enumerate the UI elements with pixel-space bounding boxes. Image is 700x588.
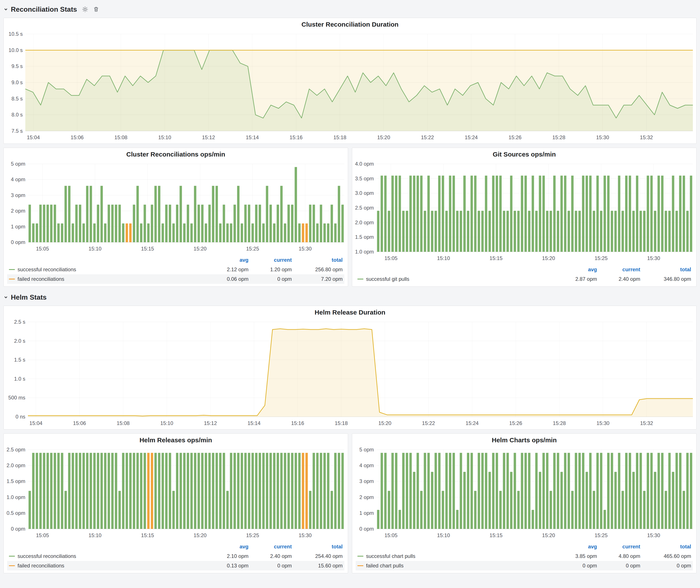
helm-release-duration-chart[interactable]: 0 ns500 ms1.0 s1.5 s2.0 s2.5 s15:0415:06…: [4, 319, 696, 429]
svg-text:15:05: 15:05: [384, 532, 397, 538]
series-label: successful git pulls: [366, 276, 409, 282]
svg-text:15:32: 15:32: [640, 134, 653, 140]
svg-text:15:10: 15:10: [158, 134, 171, 140]
panel-title[interactable]: Git Sources ops/min: [352, 148, 696, 161]
svg-text:15:05: 15:05: [36, 532, 49, 538]
svg-text:9.0 s: 9.0 s: [11, 79, 23, 85]
row-toggle-helm[interactable]: Helm Stats: [3, 293, 47, 301]
legend: avg current total successful git pulls 2…: [352, 264, 696, 286]
row-header-reconciliation-stats[interactable]: Reconciliation Stats: [3, 3, 697, 16]
panel-title[interactable]: Helm Releases ops/min: [4, 434, 348, 447]
helm-releases-ops-chart[interactable]: 0 opm0.5 opm1.0 opm1.5 opm2.0 opm2.5 opm…: [4, 447, 348, 541]
svg-text:15:18: 15:18: [335, 420, 348, 426]
trash-icon[interactable]: [93, 6, 99, 12]
series-toggle[interactable]: successful chart pulls: [357, 553, 554, 559]
series-swatch-green: [357, 279, 363, 279]
svg-text:15:28: 15:28: [553, 420, 566, 426]
panel-title[interactable]: Helm Release Duration: [4, 306, 696, 319]
series-swatch-amber: [9, 565, 15, 566]
svg-text:15:15: 15:15: [490, 532, 503, 538]
series-label: successful chart pulls: [366, 553, 415, 559]
legend-row: successful reconciliations 2.12 opm 1.20…: [7, 265, 344, 274]
legend-col-current[interactable]: current: [597, 544, 640, 550]
legend-row: failed reconciliations 0.13 opm 0 opm 15…: [7, 561, 344, 570]
panel-title[interactable]: Helm Charts ops/min: [352, 434, 696, 447]
series-avg: 2.10 opm: [205, 553, 248, 559]
legend-col-total[interactable]: total: [292, 544, 343, 550]
svg-text:15:10: 15:10: [89, 532, 102, 538]
legend-col-total[interactable]: total: [292, 257, 343, 263]
svg-text:15:10: 15:10: [437, 255, 450, 261]
svg-text:15:14: 15:14: [247, 420, 260, 426]
svg-text:15:26: 15:26: [509, 420, 522, 426]
svg-text:2 opm: 2 opm: [359, 494, 374, 500]
svg-text:15:20: 15:20: [378, 420, 391, 426]
series-avg: 2.12 opm: [205, 267, 248, 273]
svg-text:15:08: 15:08: [115, 134, 127, 140]
svg-text:15:20: 15:20: [194, 246, 206, 252]
series-avg: 2.87 opm: [554, 276, 597, 282]
svg-text:1.0 opm: 1.0 opm: [6, 494, 25, 500]
svg-text:0 opm: 0 opm: [359, 526, 374, 532]
legend-col-avg[interactable]: avg: [554, 544, 597, 550]
panel-title[interactable]: Cluster Reconciliation Duration: [4, 18, 696, 31]
cluster-reconciliation-duration-chart[interactable]: 7.5 s8.0 s8.5 s9.0 s9.5 s10.0 s10.5 s15:…: [4, 31, 696, 144]
svg-text:4 opm: 4 opm: [11, 176, 25, 182]
legend-col-current[interactable]: current: [248, 257, 292, 263]
legend-col-current[interactable]: current: [248, 544, 292, 550]
series-toggle[interactable]: failed chart pulls: [357, 563, 554, 569]
series-swatch-amber: [9, 279, 15, 279]
svg-text:9.5 s: 9.5 s: [11, 63, 23, 69]
series-toggle[interactable]: successful reconciliations: [9, 553, 205, 559]
series-toggle[interactable]: failed reconciliations: [9, 276, 205, 282]
legend-col-total[interactable]: total: [640, 267, 691, 273]
svg-text:15:16: 15:16: [291, 420, 304, 426]
chevron-down-icon: [3, 293, 8, 301]
series-toggle[interactable]: successful reconciliations: [9, 267, 205, 273]
panel-title[interactable]: Cluster Reconciliations ops/min: [4, 148, 348, 161]
chevron-down-icon: [3, 5, 8, 13]
svg-text:15:25: 15:25: [246, 532, 259, 538]
legend-col-avg[interactable]: avg: [205, 544, 248, 550]
svg-text:1.5 opm: 1.5 opm: [355, 234, 374, 240]
svg-text:15:04: 15:04: [29, 420, 42, 426]
series-avg: 0.13 opm: [205, 563, 248, 569]
svg-text:1.5 s: 1.5 s: [14, 357, 25, 363]
series-toggle[interactable]: successful git pulls: [357, 276, 554, 282]
legend-row: successful reconciliations 2.10 opm 2.40…: [7, 551, 344, 561]
row-title: Helm Stats: [11, 293, 47, 301]
svg-text:4 opm: 4 opm: [359, 462, 374, 468]
svg-text:15:20: 15:20: [542, 532, 555, 538]
cluster-reconciliations-ops-chart[interactable]: 0 opm1 opm2 opm3 opm4 opm5 opm15:0515:10…: [4, 161, 348, 255]
legend-row: successful git pulls 2.87 opm 2.40 opm 3…: [356, 274, 693, 284]
row-header-helm-stats[interactable]: Helm Stats: [3, 291, 697, 304]
panel-cluster-reconciliations-ops: Cluster Reconciliations ops/min 0 opm1 o…: [3, 148, 348, 287]
legend-col-total[interactable]: total: [640, 544, 691, 550]
legend-col-current[interactable]: current: [597, 267, 640, 273]
svg-text:15:06: 15:06: [73, 420, 86, 426]
svg-text:1.0 opm: 1.0 opm: [355, 249, 374, 255]
svg-text:3.0 opm: 3.0 opm: [355, 190, 374, 196]
svg-text:1.0 s: 1.0 s: [14, 376, 25, 382]
legend-col-avg[interactable]: avg: [554, 267, 597, 273]
helm-charts-ops-chart[interactable]: 0 opm1 opm2 opm3 opm4 opm5 opm15:0515:10…: [352, 447, 696, 541]
series-total: 254.40 opm: [292, 553, 343, 559]
git-sources-ops-chart[interactable]: 1.0 opm1.5 opm2.0 opm2.5 opm3.0 opm3.5 o…: [352, 161, 696, 264]
svg-text:15:30: 15:30: [299, 246, 312, 252]
series-current: 0 opm: [597, 563, 640, 569]
row-title: Reconciliation Stats: [11, 5, 77, 13]
svg-text:15:15: 15:15: [141, 246, 154, 252]
dashboard: Reconciliation Stats Cluster Reconciliat…: [0, 0, 700, 578]
svg-text:15:05: 15:05: [384, 255, 397, 261]
svg-text:2.5 opm: 2.5 opm: [6, 447, 25, 452]
row-toggle-reconciliation[interactable]: Reconciliation Stats: [3, 5, 77, 13]
svg-text:2.5 opm: 2.5 opm: [355, 205, 374, 211]
legend-col-avg[interactable]: avg: [205, 257, 248, 263]
svg-text:15:24: 15:24: [465, 134, 478, 140]
svg-text:3.5 opm: 3.5 opm: [355, 176, 374, 181]
series-toggle[interactable]: failed reconciliations: [9, 563, 205, 569]
series-total: 346.80 opm: [640, 276, 691, 282]
series-current: 4.80 opm: [597, 553, 640, 559]
svg-text:1.5 opm: 1.5 opm: [6, 478, 25, 484]
gear-icon[interactable]: [82, 6, 88, 13]
